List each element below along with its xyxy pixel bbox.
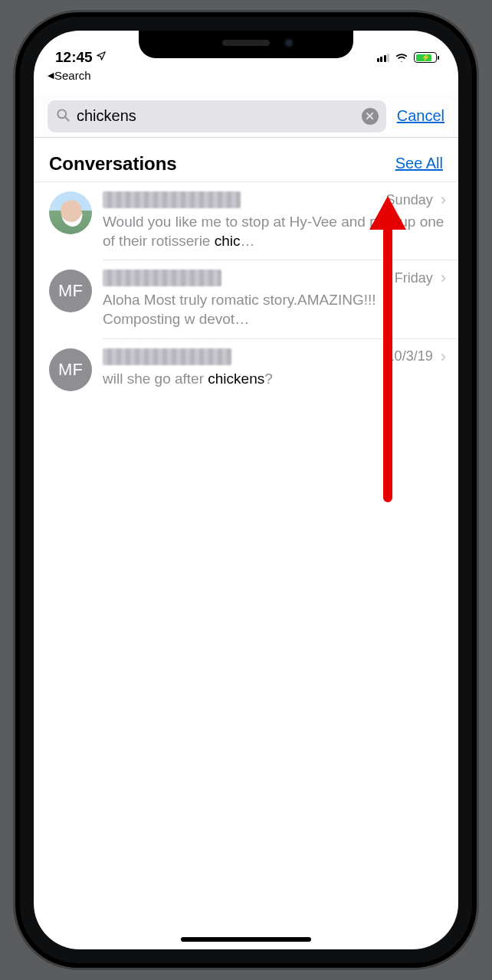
back-to-app-link[interactable]: ◀ Search [48, 69, 91, 82]
svg-line-1 [65, 116, 69, 120]
contact-name-redacted [103, 270, 221, 286]
cellular-signal-icon [377, 53, 390, 62]
search-field[interactable] [48, 100, 386, 132]
conversation-preview: will she go after chickens? [103, 370, 449, 389]
back-to-app-label: Search [54, 69, 91, 82]
search-input[interactable] [77, 107, 356, 125]
search-header: Cancel [34, 95, 458, 138]
chevron-right-icon: › [441, 347, 446, 367]
section-header: Conversations See All [34, 145, 458, 182]
conversation-row[interactable]: MF10/3/19›will she go after chickens? [34, 339, 458, 408]
chevron-right-icon: › [441, 268, 446, 288]
back-arrow-icon: ◀ [48, 70, 54, 80]
avatar: MF [49, 348, 92, 391]
section-title: Conversations [49, 153, 177, 175]
avatar: MF [49, 270, 92, 312]
wifi-icon [394, 49, 409, 66]
cancel-button[interactable]: Cancel [397, 107, 444, 125]
device-notch [139, 31, 353, 58]
home-indicator[interactable] [181, 937, 311, 942]
conversation-preview: Aloha Most truly romatic story.AMAZING!!… [103, 291, 449, 328]
see-all-button[interactable]: See All [395, 155, 443, 172]
conversation-time: Sunday [386, 192, 433, 208]
results-list: Sunday›Would you like me to stop at Hy-V… [34, 182, 458, 408]
conversation-row[interactable]: MFFriday›Aloha Most truly romatic story.… [34, 260, 458, 338]
status-time: 12:45 [55, 49, 93, 66]
contact-name-redacted [103, 348, 231, 365]
clear-search-button[interactable] [362, 108, 379, 125]
contact-name-redacted [103, 191, 241, 208]
avatar [49, 191, 92, 234]
conversation-row[interactable]: Sunday›Would you like me to stop at Hy-V… [34, 182, 458, 260]
battery-icon: ⚡ [414, 52, 437, 63]
conversation-preview: Would you like me to stop at Hy-Vee and … [103, 213, 449, 250]
location-arrow-icon [96, 51, 107, 64]
chevron-right-icon: › [441, 190, 446, 210]
search-icon [55, 107, 71, 126]
conversation-time: Friday [395, 270, 433, 286]
conversation-time: 10/3/19 [387, 348, 433, 364]
